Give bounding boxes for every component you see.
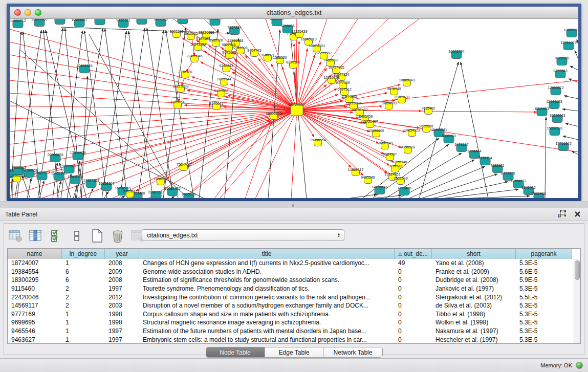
table-mode-icon[interactable] bbox=[8, 229, 23, 243]
table-cell: 5.3E-5 bbox=[516, 259, 572, 267]
new-document-icon[interactable] bbox=[90, 229, 104, 243]
table-cell: Investigating the contribution of common… bbox=[139, 294, 395, 301]
graph-node-label: 9115460 bbox=[422, 106, 435, 110]
table-row[interactable]: 969969511998Structural magnetic resonanc… bbox=[8, 318, 580, 327]
tab-network-table[interactable]: Network Table bbox=[324, 347, 382, 357]
graph-node-label: 10543382 bbox=[190, 42, 206, 46]
column-header-title[interactable]: title bbox=[139, 249, 395, 259]
graph-node-label: 12101254 bbox=[10, 174, 25, 178]
graph-node-label: 18807249 bbox=[377, 141, 393, 145]
table-panel-title: Table Panel bbox=[0, 211, 37, 218]
table-row[interactable]: 946554611997Estimation of the future num… bbox=[8, 327, 580, 336]
split-pane-divider[interactable] bbox=[0, 201, 588, 208]
table-row[interactable]: 946362711997Embryonic stem cells: a mode… bbox=[8, 335, 580, 344]
graph-node-label: 1527002 bbox=[93, 19, 106, 19]
graph-node[interactable] bbox=[95, 19, 105, 25]
table-row[interactable]: 1830029562008Estimation of significance … bbox=[8, 276, 580, 285]
graph-node-label: 10688609 bbox=[368, 129, 384, 133]
table-selector-dropdown[interactable]: citations_edges.txt ▲▼ bbox=[142, 229, 344, 241]
column-header-short[interactable]: short bbox=[432, 249, 516, 259]
graph-node-label: 18216034 bbox=[345, 101, 361, 105]
table-cell: 1 bbox=[62, 311, 105, 318]
graph-node-label: 18724007 bbox=[289, 103, 304, 106]
graph-node-label: 9175685 bbox=[222, 51, 236, 54]
table-cell: 1998 bbox=[105, 311, 139, 318]
table-cell: 1997 bbox=[105, 336, 139, 343]
show-columns-icon[interactable] bbox=[29, 229, 43, 243]
column-header-in-degree[interactable]: in_degree bbox=[62, 249, 105, 259]
table-cell: Hescheler et al. (1997) bbox=[432, 336, 516, 343]
graph-node-label: 8912955 bbox=[184, 32, 198, 35]
table-cell: 1998 bbox=[105, 319, 139, 326]
graph-node-label: 10974393 bbox=[309, 44, 324, 48]
vertical-scrollbar[interactable] bbox=[574, 259, 580, 343]
graph-node-label: 1810754 bbox=[170, 100, 184, 104]
column-header-name[interactable]: name bbox=[8, 249, 62, 259]
table-cell: Genome-wide association studies in ADHD. bbox=[139, 268, 395, 275]
close-panel-icon[interactable] bbox=[574, 211, 581, 217]
table-cell: Corpus callosum shape and size in male p… bbox=[139, 311, 395, 318]
table-cell: 9463627 bbox=[8, 336, 62, 343]
graph-node-label: 10654112 bbox=[511, 179, 527, 183]
float-panel-icon[interactable] bbox=[558, 210, 566, 218]
table-cell: 5.3E-5 bbox=[516, 285, 572, 292]
table-cell: 18724007 bbox=[8, 259, 62, 267]
graph-node-label: 14569117 bbox=[348, 168, 364, 171]
table-cell: 2 bbox=[62, 302, 105, 309]
table-cell: 0 bbox=[395, 276, 432, 283]
graph-node-label: 17957253 bbox=[83, 179, 99, 182]
table-cell: Wolkin et al. (1998) bbox=[432, 319, 516, 326]
graph-node[interactable] bbox=[178, 19, 188, 24]
minimize-window-button[interactable] bbox=[25, 9, 31, 16]
graph-node-label: 8471876 bbox=[501, 171, 515, 175]
tab-node-table[interactable]: Node Table bbox=[206, 347, 265, 357]
row-height-icon[interactable] bbox=[70, 229, 84, 243]
graph-node-label: 9361837 bbox=[123, 189, 137, 193]
table-cell: 6 bbox=[62, 276, 105, 283]
graph-node-label: 8186328 bbox=[209, 38, 223, 42]
graph-node-label: 14055712 bbox=[10, 19, 26, 23]
graph-node[interactable] bbox=[210, 19, 220, 26]
graph-node-label: 14196141 bbox=[372, 185, 387, 189]
graph-node-label: 17359928 bbox=[70, 151, 85, 155]
table-row[interactable]: 1872400712008Changes of HCN gene express… bbox=[8, 259, 580, 268]
column-header-pagerank[interactable]: pagerank bbox=[516, 249, 572, 259]
graph-node[interactable] bbox=[55, 19, 65, 25]
graph-node-label: 9756928 bbox=[401, 145, 415, 149]
graph-edge bbox=[163, 28, 186, 198]
graph-edge bbox=[22, 176, 30, 198]
close-window-button[interactable] bbox=[14, 9, 21, 16]
select-rows-icon[interactable] bbox=[49, 229, 63, 243]
delete-rows-trash-icon[interactable] bbox=[111, 229, 125, 243]
network-window-titlebar[interactable]: citations_edges.txt bbox=[10, 7, 578, 19]
graph-edge bbox=[575, 51, 578, 59]
graph-node-label: 8427552 bbox=[214, 89, 228, 93]
graph-edge bbox=[408, 166, 485, 198]
graph-edge bbox=[120, 196, 125, 198]
graph-node-label: 16640910 bbox=[300, 37, 316, 41]
table-row[interactable]: 1938455462009Genome-wide association stu… bbox=[8, 268, 580, 276]
graph-node-label: 16210643 bbox=[549, 114, 565, 117]
table-selector-value: citations_edges.txt bbox=[147, 232, 198, 239]
table-cell: 0 bbox=[395, 336, 432, 343]
table-row[interactable]: 2242004622012Investigating the contribut… bbox=[8, 293, 580, 301]
graph-node-label: 10826012 bbox=[563, 28, 578, 32]
graph-node-label: 16648794 bbox=[448, 50, 464, 53]
table-row[interactable]: 1456911722003Disruption of a novel membe… bbox=[8, 301, 580, 310]
network-canvas[interactable]: 1405571220891406154376221065328715270029… bbox=[10, 19, 578, 198]
table-row[interactable]: 977716911998Corpus callosum shape and si… bbox=[8, 310, 580, 319]
graph-node-label: 16409541 bbox=[431, 128, 447, 132]
table-cell: Tibbo et al. (1998) bbox=[432, 311, 516, 318]
graph-node[interactable] bbox=[137, 19, 147, 25]
network-view-window[interactable]: citations_edges.txt 14055712208914061543… bbox=[7, 4, 581, 201]
table-row[interactable]: 911546021997Tourette syndrome. Phenomeno… bbox=[8, 285, 580, 293]
table-cell: Estimation of the future numbers of pati… bbox=[139, 327, 395, 335]
graph-node-label: 11544985 bbox=[341, 95, 357, 98]
column-header-year[interactable]: year bbox=[105, 249, 139, 259]
graph-node-label: 15892931 bbox=[547, 126, 562, 130]
zoom-window-button[interactable] bbox=[35, 9, 41, 16]
column-header-out-de-[interactable]: △out_de... bbox=[395, 249, 432, 259]
tab-edge-table[interactable]: Edge Table bbox=[265, 347, 324, 357]
graph-node-label: 9699695 bbox=[419, 124, 433, 128]
scrollbar-thumb[interactable] bbox=[575, 260, 580, 280]
